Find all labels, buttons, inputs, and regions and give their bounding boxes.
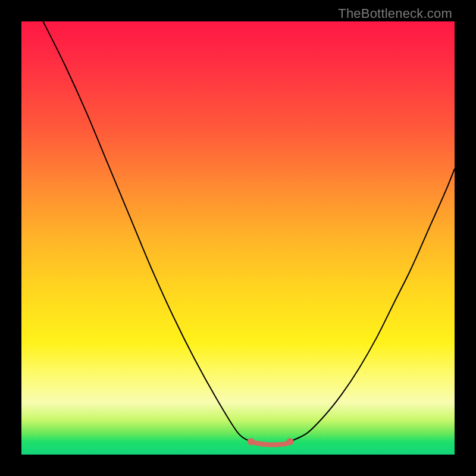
threshold-marker [251, 441, 290, 444]
threshold-dot-left [248, 438, 255, 445]
plot-area [21, 21, 455, 455]
chart-frame: TheBottleneck.com [0, 0, 476, 476]
curve-left-branch [43, 21, 250, 441]
curve-right-branch [290, 169, 455, 442]
chart-svg [21, 21, 455, 455]
watermark-text: TheBottleneck.com [338, 6, 452, 21]
threshold-dot-right [286, 438, 293, 445]
